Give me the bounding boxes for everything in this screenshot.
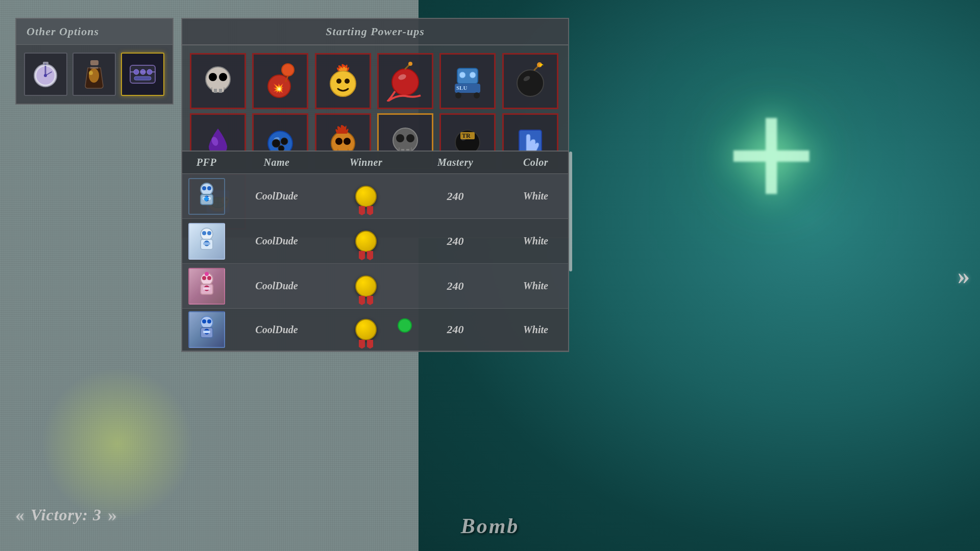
- color-cell-4: White: [501, 324, 568, 336]
- svg-rect-97: [203, 331, 210, 333]
- winner-cell-3: [323, 272, 409, 300]
- medal-1: [355, 186, 377, 207]
- svg-point-80: [202, 231, 206, 235]
- player-name-4: CoolDude: [231, 324, 323, 336]
- timer-icon-item[interactable]: [24, 53, 67, 96]
- svg-point-8: [89, 68, 99, 83]
- svg-point-39: [455, 92, 461, 98]
- svg-text:💥: 💥: [273, 83, 284, 94]
- winner-badge-4: [353, 316, 379, 344]
- mastery-cell-1: 240: [409, 190, 501, 203]
- table-row: CoolDude 240 White: [182, 309, 568, 351]
- powerup-fire-smiley[interactable]: [315, 53, 371, 109]
- svg-point-36: [459, 72, 465, 78]
- green-circle-overlay: [398, 318, 412, 333]
- color-cell-2: White: [501, 235, 570, 247]
- header-winner: Winner: [323, 157, 409, 168]
- winner-cell-2: [323, 227, 409, 255]
- right-nav-arrow[interactable]: »: [958, 262, 970, 290]
- cross-glow-icon: [735, 77, 878, 255]
- svg-point-74: [207, 186, 211, 190]
- scroll-bar[interactable]: [569, 152, 572, 271]
- ribbon-1: [359, 206, 373, 215]
- svg-point-86: [202, 276, 206, 280]
- svg-point-28: [330, 71, 356, 96]
- svg-point-94: [207, 319, 211, 323]
- victory-left-arrow[interactable]: «: [15, 504, 24, 525]
- svg-rect-22: [214, 89, 217, 93]
- svg-point-12: [134, 69, 139, 74]
- svg-text:TR: TR: [462, 132, 471, 139]
- ribbon-2: [359, 251, 373, 260]
- svg-point-50: [281, 138, 288, 145]
- pfp-cell-1[interactable]: 🔷: [182, 176, 231, 217]
- svg-point-54: [344, 138, 351, 145]
- other-options-panel: Other Options: [15, 18, 174, 105]
- svg-point-14: [147, 69, 152, 74]
- svg-point-91: [205, 272, 209, 276]
- color-cell-1: White: [501, 190, 570, 202]
- other-options-icons: [16, 45, 173, 104]
- svg-point-42: [517, 70, 544, 96]
- other-options-title: Other Options: [16, 19, 173, 45]
- medal-4: [355, 319, 377, 340]
- player-name-2: CoolDude: [231, 235, 323, 247]
- winner-badge-2: [353, 227, 379, 255]
- winner-cell-4: [323, 316, 409, 344]
- players-table: PFP Name Winner Mastery Color 🔷 C: [181, 151, 569, 352]
- svg-line-33: [405, 65, 409, 69]
- powerup-robot-speed[interactable]: SLU: [439, 53, 496, 109]
- svg-point-56: [396, 134, 404, 142]
- player-name-3: CoolDude: [231, 280, 323, 292]
- player-avatar-3: [188, 268, 225, 305]
- bottom-label: Bomb: [461, 514, 520, 538]
- table-row: CoolDude 240 White: [182, 219, 568, 264]
- powerup-black-bomb[interactable]: [502, 53, 558, 109]
- svg-rect-23: [219, 89, 222, 93]
- header-mastery: Mastery: [409, 157, 501, 168]
- ribbon-3: [359, 296, 373, 305]
- remote-bomb-icon-item[interactable]: [121, 53, 164, 96]
- svg-point-9: [89, 71, 93, 75]
- ribbon-4: [359, 340, 373, 349]
- potion-icon-item[interactable]: [72, 53, 116, 96]
- header-pfp: PFP: [182, 157, 231, 168]
- svg-rect-90: [203, 287, 210, 290]
- svg-point-24: [282, 64, 294, 76]
- mastery-cell-2: 240: [409, 235, 501, 248]
- player-avatar-2: [188, 223, 225, 260]
- victory-section: « Victory: 3 »: [15, 504, 117, 525]
- svg-point-73: [202, 186, 206, 190]
- svg-point-81: [207, 231, 211, 235]
- medal-3: [355, 276, 377, 297]
- color-cell-3: White: [501, 280, 570, 292]
- svg-rect-15: [134, 77, 151, 80]
- powerup-skull[interactable]: [190, 53, 246, 109]
- svg-rect-84: [203, 242, 210, 245]
- victory-label: Victory: 3: [31, 506, 102, 524]
- winner-badge-1: [353, 182, 379, 210]
- player-avatar-1: 🔷: [188, 178, 225, 215]
- svg-point-34: [408, 62, 412, 66]
- winner-cell-1: [323, 182, 409, 210]
- medal-2: [355, 231, 377, 252]
- winner-badge-3: [353, 272, 379, 300]
- header-color: Color: [501, 157, 570, 168]
- mastery-cell-4: 240: [409, 323, 501, 336]
- table-row: CoolDude 240 White: [182, 264, 568, 309]
- pfp-cell-3[interactable]: [182, 265, 231, 307]
- pfp-cell-2[interactable]: [182, 220, 231, 262]
- starting-powerups-title: Starting Power-ups: [181, 18, 569, 45]
- pfp-cell-4[interactable]: [182, 309, 231, 350]
- victory-right-arrow[interactable]: »: [108, 504, 117, 525]
- svg-rect-7: [90, 60, 99, 65]
- svg-point-21: [219, 73, 227, 81]
- powerup-red-ball[interactable]: [377, 53, 433, 109]
- svg-point-6: [36, 66, 55, 85]
- svg-point-40: [474, 92, 480, 98]
- header-name: Name: [231, 157, 323, 168]
- powerup-explosion[interactable]: 💥: [252, 53, 308, 109]
- player-avatar-4: [188, 311, 225, 348]
- table-header: PFP Name Winner Mastery Color: [182, 152, 568, 174]
- character-glow: [41, 367, 194, 520]
